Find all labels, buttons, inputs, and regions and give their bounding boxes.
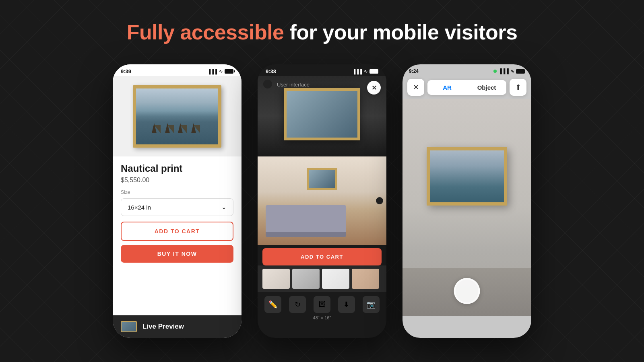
product-price: $5,550.00	[121, 177, 233, 184]
live-preview-thumbnail	[121, 321, 137, 332]
phone2-status-bar: 9:38 ▐▐▐ ∿	[258, 64, 386, 76]
ar-close-button[interactable]: ✕	[407, 79, 424, 96]
ar-toggle: AR Object	[427, 80, 506, 95]
scroll-dot[interactable]	[376, 197, 383, 204]
phone3-frame: 9:24 ▐▐▐ ∿ ✕ AR Object ⬆	[402, 64, 531, 338]
product-title: Nautical print	[121, 163, 233, 174]
framed-painting-dark	[284, 88, 360, 140]
phone2-toolbar: ✏️ ↻ 🖼 ⬇ 📷	[258, 292, 386, 315]
phone3-status-bar: 9:24 ▐▐▐ ∿	[402, 64, 531, 76]
wifi-icon: ∿	[219, 69, 223, 74]
size-select[interactable]: 16×24 in ⌄	[121, 198, 233, 216]
phone1-status-bar: 9:39 ▐▐▐ ∿	[113, 64, 242, 76]
phone3-status-icons: ▐▐▐ ∿	[493, 68, 525, 74]
signal-icon: ▐▐▐	[353, 69, 362, 74]
room-painting-small	[307, 168, 337, 190]
wifi-icon: ∿	[364, 69, 367, 74]
share-icon: ⬆	[515, 83, 521, 92]
thumbnail-4[interactable]	[352, 269, 379, 289]
green-dot	[493, 70, 497, 73]
wifi-icon: ∿	[510, 68, 514, 74]
rotate-icon: ↻	[295, 300, 301, 309]
live-preview-bar[interactable]: Live Preview	[113, 315, 242, 338]
dot-indicator	[263, 80, 272, 88]
headline-suffix: for your mobile visitors	[289, 21, 517, 44]
add-to-cart-button[interactable]: ADD TO CART	[121, 222, 233, 241]
image-button[interactable]: 🖼	[314, 296, 330, 313]
phone2-add-to-cart-button[interactable]: ADD TO CART	[262, 248, 382, 265]
ar-shutter-button[interactable]	[454, 278, 480, 304]
phone2-time: 9:38	[266, 68, 276, 74]
phone3-time: 9:24	[409, 68, 419, 74]
phones-row: 9:39 ▐▐▐ ∿	[113, 64, 531, 338]
download-button[interactable]: ⬇	[338, 296, 355, 313]
ar-painting-sea	[430, 150, 504, 202]
image-icon: 🖼	[318, 300, 326, 309]
phone2-room-image	[258, 156, 386, 245]
thumbnail-3[interactable]	[322, 269, 349, 289]
phone2-status-icons: ▐▐▐ ∿	[353, 68, 378, 74]
phone3-ar-content	[402, 99, 531, 316]
live-preview-label: Live Preview	[142, 323, 184, 331]
thumbnail-1[interactable]	[262, 269, 290, 289]
headline-accent: Fully accessible	[127, 21, 284, 44]
thumbnail-2[interactable]	[292, 269, 320, 289]
ar-share-button[interactable]: ⬆	[510, 79, 526, 96]
close-button[interactable]: ✕	[367, 81, 381, 95]
signal-icon: ▐▐▐	[208, 69, 217, 74]
phone1-frame: 9:39 ▐▐▐ ∿	[113, 64, 242, 338]
ar-tab-object[interactable]: Object	[467, 80, 506, 95]
rotate-button[interactable]: ↻	[289, 296, 306, 313]
ar-painting	[427, 147, 507, 206]
phone2-size-label: 48" × 16"	[258, 315, 386, 323]
pencil-button[interactable]: ✏️	[264, 296, 281, 313]
download-icon: ⬇	[343, 300, 349, 309]
painting-boats	[144, 116, 210, 133]
room-sofa	[266, 205, 346, 233]
user-interface-label: User interface	[277, 82, 310, 88]
thumbnails-row	[258, 265, 386, 292]
ar-tab-ar[interactable]: AR	[427, 80, 467, 95]
signal-icon: ▐▐▐	[498, 68, 509, 74]
product-image	[133, 85, 221, 148]
camera-button[interactable]: 📷	[363, 296, 380, 313]
size-value: 16×24 in	[128, 204, 151, 211]
page-wrapper: Fully accessible for your mobile visitor…	[0, 0, 644, 362]
camera-icon: 📷	[367, 300, 376, 309]
phone2-top-image: User interface ✕	[258, 76, 386, 156]
pencil-icon: ✏️	[268, 300, 277, 309]
size-label: Size	[121, 189, 233, 195]
battery-icon	[516, 69, 525, 74]
phone1-time: 9:39	[121, 68, 131, 74]
chevron-down-icon: ⌄	[221, 204, 227, 211]
phone1-status-icons: ▐▐▐ ∿	[208, 69, 233, 74]
product-info: Nautical print $5,550.00 Size 16×24 in ⌄…	[113, 156, 242, 269]
buy-it-now-button[interactable]: BUY IT NOW	[121, 245, 233, 263]
phone3-ar-toolbar: ✕ AR Object ⬆	[402, 76, 531, 99]
battery-icon	[225, 69, 233, 74]
product-image-container	[113, 76, 242, 156]
phone2-frame: 9:38 ▐▐▐ ∿ User interface ✕	[258, 64, 386, 338]
headline: Fully accessible for your mobile visitor…	[127, 20, 518, 44]
battery-icon	[369, 69, 378, 74]
